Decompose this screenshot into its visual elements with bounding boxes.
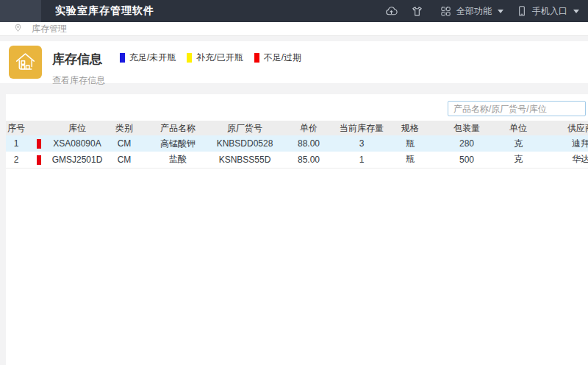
cell-product: 盐酸 — [146, 152, 210, 168]
app-window: 实验室库存管理软件 全部功能 手机入口 — [0, 0, 588, 365]
col-seq: 序号 — [6, 121, 26, 135]
app-title: 实验室库存管理软件 — [55, 4, 154, 18]
legend-swatch-red — [254, 53, 259, 63]
all-functions-menu[interactable]: 全部功能 — [440, 5, 503, 18]
cell-location: GMSJ2501D — [51, 152, 103, 168]
search-input[interactable] — [448, 101, 586, 116]
mobile-entry-label: 手机入口 — [532, 5, 567, 18]
col-spec: 规格 — [385, 121, 435, 135]
breadcrumb-label[interactable]: 库存管理 — [32, 23, 67, 35]
status-legend: 充足/未开瓶 补充/已开瓶 不足/过期 — [120, 52, 301, 64]
cell-sku: KSNBSS55D — [210, 152, 279, 168]
col-stock: 当前库存量 — [338, 121, 385, 135]
page-header-panel: 库存信息 查看库存信息 充足/未开瓶 补充/已开瓶 不足/过期 — [0, 41, 588, 83]
cell-pack: 280 — [435, 135, 498, 152]
cell-price: 88.00 — [279, 135, 338, 152]
col-unit: 单位 — [498, 121, 538, 135]
status-bar-icon — [37, 139, 41, 149]
all-functions-label: 全部功能 — [456, 5, 492, 18]
cell-category: CM — [103, 135, 146, 152]
cloud-upload-icon[interactable] — [385, 5, 398, 18]
grid-icon — [440, 5, 452, 18]
col-product: 产品名称 — [146, 121, 210, 135]
table-row[interactable]: 2 GMSJ2501D CM 盐酸 KSNBSS55D 85.00 1 瓶 50… — [6, 152, 588, 168]
inventory-panel: 序号 库位 类别 产品名称 原厂货号 单价 当前库存量 规格 包装量 单位 供应… — [6, 94, 588, 365]
legend-swatch-yellow — [187, 53, 192, 63]
cell-status — [26, 135, 51, 152]
phone-icon — [515, 5, 528, 18]
module-titles: 库存信息 查看库存信息 — [52, 46, 111, 87]
legend-label: 不足/过期 — [264, 52, 301, 64]
cell-seq: 1 — [6, 135, 26, 152]
page-subtitle: 查看库存信息 — [52, 74, 111, 87]
location-pin-icon — [13, 22, 23, 35]
cell-category: CM — [103, 152, 146, 168]
legend-item-sufficient: 充足/未开瓶 — [120, 52, 176, 64]
cell-stock: 1 — [338, 152, 385, 168]
cell-spec: 瓶 — [385, 135, 435, 152]
cell-unit: 克 — [498, 152, 538, 168]
cell-seq: 2 — [6, 152, 26, 168]
mobile-entry-menu[interactable]: 手机入口 — [515, 5, 579, 18]
cell-pack: 500 — [435, 152, 498, 168]
chevron-down-icon — [498, 10, 503, 13]
warehouse-icon — [9, 46, 42, 79]
cell-supplier: 华达 — [538, 152, 588, 168]
col-supplier: 供应商 — [538, 121, 588, 135]
legend-swatch-blue — [120, 53, 125, 63]
table-row[interactable]: 1 XSA08090A CM 高锰酸钾 KNBSDD0528 88.00 3 瓶… — [6, 135, 588, 152]
legend-item-insufficient: 不足/过期 — [254, 52, 301, 64]
col-category: 类别 — [103, 121, 146, 135]
chevron-down-icon — [573, 10, 579, 13]
cell-sku: KNBSDD0528 — [210, 135, 279, 152]
legend-item-refill: 补充/已开瓶 — [187, 52, 243, 64]
cell-location: XSA08090A — [51, 135, 103, 152]
legend-label: 充足/未开瓶 — [129, 52, 176, 64]
cell-stock: 3 — [338, 135, 385, 152]
col-sku: 原厂货号 — [210, 121, 279, 135]
cell-price: 85.00 — [279, 152, 338, 168]
breadcrumb: 库存管理 — [0, 22, 588, 36]
col-status — [26, 121, 51, 135]
col-price: 单价 — [279, 121, 338, 135]
cell-status — [26, 152, 51, 168]
cell-unit: 克 — [498, 135, 538, 152]
page-title: 库存信息 — [52, 51, 111, 68]
topbar: 实验室库存管理软件 全部功能 手机入口 — [0, 0, 588, 22]
status-bar-icon — [37, 155, 41, 165]
cell-spec: 瓶 — [385, 152, 435, 168]
cell-product: 高锰酸钾 — [146, 135, 210, 152]
table-header-row: 序号 库位 类别 产品名称 原厂货号 单价 当前库存量 规格 包装量 单位 供应… — [6, 121, 588, 135]
inventory-table: 序号 库位 类别 产品名称 原厂货号 单价 当前库存量 规格 包装量 单位 供应… — [6, 121, 588, 169]
cell-supplier: 迪拜 — [538, 135, 588, 152]
search-row — [6, 101, 588, 116]
col-pack: 包装量 — [435, 121, 498, 135]
col-location: 库位 — [51, 121, 103, 135]
theme-shirt-icon[interactable] — [411, 5, 423, 18]
topbar-logo-block — [0, 0, 41, 22]
topbar-actions: 全部功能 手机入口 — [385, 5, 588, 18]
legend-label: 补充/已开瓶 — [196, 52, 243, 64]
